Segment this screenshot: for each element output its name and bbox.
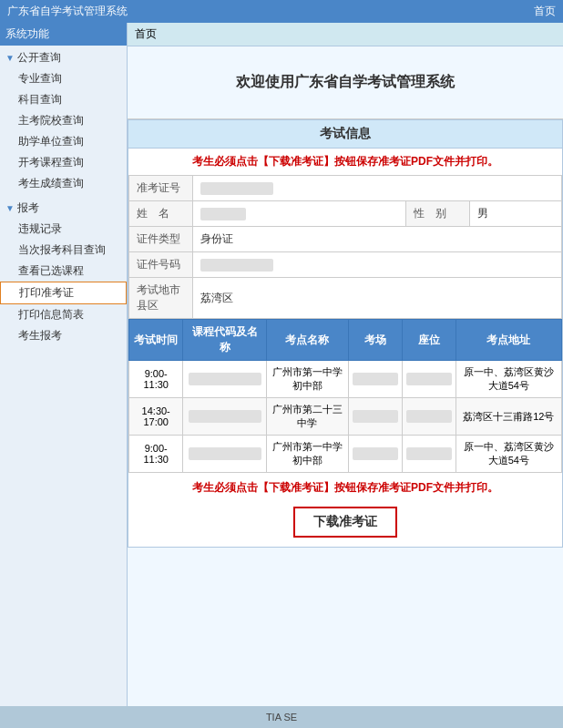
sidebar-item-examsite-query[interactable]: 主考院校查询 (0, 110, 127, 131)
blurred-room-1 (353, 373, 398, 385)
course-1 (183, 361, 267, 398)
blurred-name (200, 208, 246, 220)
breadcrumb-top: 首页 (534, 4, 556, 19)
info-row-district: 考试地市县区 荔湾区 (129, 278, 562, 319)
seat-2 (402, 398, 456, 436)
blurred-seat-3 (406, 447, 452, 460)
blurred-course-3 (189, 447, 261, 460)
site-1: 广州市第一中学初中部 (267, 361, 348, 398)
schedule-row-1: 9:00-11:30 广州市第一中学初中部 原一中、荔湾区黄沙大道54号 (129, 361, 562, 398)
value-admission-no (193, 176, 562, 201)
sidebar-header: 系统功能 (0, 23, 127, 46)
schedule-table: 考试时间 课程代码及名称 考点名称 考场 座位 考点地址 9:00-11:30 … (128, 319, 562, 473)
time-3: 9:00-11:30 (129, 436, 183, 473)
room-1 (348, 361, 402, 398)
sidebar-item-score-query[interactable]: 考生成绩查询 (0, 173, 127, 194)
label-id-type: 证件类型 (129, 227, 193, 252)
schedule-row-3: 9:00-11:30 广州市第一中学初中部 原一中、荔湾区黄沙大道54号 (129, 436, 562, 473)
label-district: 考试地市县区 (129, 278, 193, 319)
exam-card-header: 考试信息 (128, 120, 562, 149)
content-area: 首页 欢迎使用广东省自学考试管理系统 考试信息 考生必须点击【下载准考证】按钮保… (128, 23, 563, 728)
blurred-room-3 (353, 447, 398, 460)
sidebar-item-record[interactable]: 违规记录 (0, 219, 127, 240)
time-1: 9:00-11:30 (129, 361, 183, 398)
label-name: 姓 名 (129, 201, 193, 227)
welcome-area: 欢迎使用广东省自学考试管理系统 (128, 46, 563, 119)
main-layout: 系统功能 ▼ 公开查询 专业查询 科目查询 主考院校查询 助学单位查询 开考课程… (0, 23, 563, 728)
blurred-course-2 (189, 410, 261, 423)
footer: TIA SE (0, 706, 563, 728)
blurred-room-2 (353, 410, 398, 423)
value-id-type: 身份证 (193, 227, 562, 252)
footer-text: TIA SE (266, 712, 297, 723)
col-room: 考场 (348, 320, 402, 361)
bottom-notice: 考生必须点击【下载准考证】按钮保存准考证PDF文件并打印。 (128, 473, 562, 503)
top-bar: 广东省自学考试管理系统 首页 (0, 0, 563, 23)
exam-card: 考试信息 考生必须点击【下载准考证】按钮保存准考证PDF文件并打印。 准考证号 … (128, 119, 563, 548)
arrow-icon: ▼ (5, 53, 15, 63)
sidebar-section-label-report: 报考 (17, 200, 39, 216)
info-row-admission: 准考证号 (129, 176, 562, 201)
sidebar-item-view-selected[interactable]: 查看已选课程 (0, 261, 127, 282)
sidebar-section-label-public: 公开查询 (17, 50, 61, 66)
schedule-row-2: 14:30-17:00 广州市第二十三中学 荔湾区十三甫路12号 (129, 398, 562, 436)
sidebar-item-subject-query[interactable]: 科目查询 (0, 89, 127, 110)
info-row-id-type: 证件类型 身份证 (129, 227, 562, 252)
time-2: 14:30-17:00 (129, 398, 183, 436)
course-3 (183, 436, 267, 473)
label-gender: 性 别 (405, 201, 469, 227)
app-title: 广东省自学考试管理系统 (7, 4, 128, 19)
sidebar: 系统功能 ▼ 公开查询 专业查询 科目查询 主考院校查询 助学单位查询 开考课程… (0, 23, 128, 728)
blurred-id-no (200, 259, 273, 272)
sidebar-item-assist-query[interactable]: 助学单位查询 (0, 131, 127, 152)
address-1: 原一中、荔湾区黄沙大道54号 (456, 361, 561, 398)
breadcrumb: 首页 (128, 23, 563, 46)
sidebar-item-print-score[interactable]: 打印信息简表 (0, 304, 127, 325)
sidebar-item-current-report[interactable]: 当次报考科目查询 (0, 240, 127, 261)
col-seat: 座位 (402, 320, 456, 361)
value-district: 荔湾区 (193, 278, 562, 319)
seat-3 (402, 436, 456, 473)
blurred-admission-no (200, 182, 273, 195)
info-row-name: 姓 名 性 别 男 (129, 201, 562, 227)
exam-notice-top: 考生必须点击【下载准考证】按钮保存准考证PDF文件并打印。 (128, 149, 562, 175)
seat-1 (402, 361, 456, 398)
room-3 (348, 436, 402, 473)
blurred-seat-2 (406, 410, 452, 423)
label-id-no: 证件号码 (129, 252, 193, 278)
room-2 (348, 398, 402, 436)
address-2: 荔湾区十三甫路12号 (456, 398, 561, 436)
sidebar-section-title-report[interactable]: ▼ 报考 (0, 198, 127, 219)
col-address: 考点地址 (456, 320, 561, 361)
schedule-header-row: 考试时间 课程代码及名称 考点名称 考场 座位 考点地址 (129, 320, 562, 361)
sidebar-item-student-apply[interactable]: 考生报考 (0, 325, 127, 346)
blurred-course-1 (189, 373, 261, 385)
sidebar-section-report: ▼ 报考 违规记录 当次报考科目查询 查看已选课程 打印准考证 打印信息简表 考… (0, 196, 127, 348)
site-3: 广州市第一中学初中部 (267, 436, 348, 473)
arrow-icon-report: ▼ (5, 203, 15, 213)
info-table: 准考证号 姓 名 性 别 男 证件类型 身份证 证件号码 (128, 175, 562, 319)
info-row-id-no: 证件号码 (129, 252, 562, 278)
address-3: 原一中、荔湾区黄沙大道54号 (456, 436, 561, 473)
sidebar-section-title-public[interactable]: ▼ 公开查询 (0, 47, 127, 68)
welcome-text: 欢迎使用广东省自学考试管理系统 (236, 73, 455, 92)
sidebar-item-major-query[interactable]: 专业查询 (0, 68, 127, 89)
download-button[interactable]: 下载准考证 (293, 507, 397, 538)
site-2: 广州市第二十三中学 (267, 398, 348, 436)
sidebar-item-opencourse-query[interactable]: 开考课程查询 (0, 152, 127, 173)
course-2 (183, 398, 267, 436)
col-site: 考点名称 (267, 320, 348, 361)
col-time: 考试时间 (129, 320, 183, 361)
label-admission-no: 准考证号 (129, 176, 193, 201)
sidebar-section-public: ▼ 公开查询 专业查询 科目查询 主考院校查询 助学单位查询 开考课程查询 考生… (0, 46, 127, 196)
col-course: 课程代码及名称 (183, 320, 267, 361)
value-id-no (193, 252, 562, 278)
value-gender: 男 (469, 201, 561, 227)
sidebar-item-print-admission[interactable]: 打印准考证 (0, 282, 127, 304)
value-name (193, 201, 406, 227)
blurred-seat-1 (406, 373, 452, 385)
